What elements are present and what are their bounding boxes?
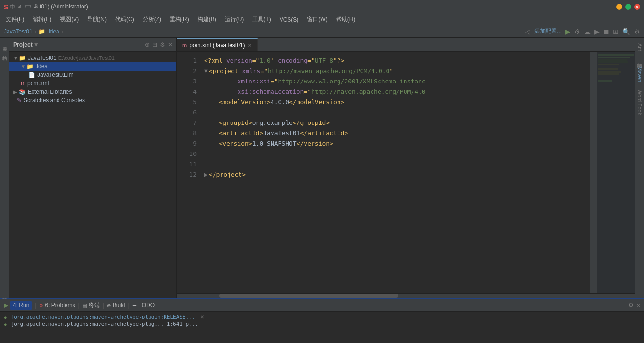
run-tab-label[interactable]: 4: Run	[10, 301, 32, 310]
menu-item-help[interactable]: 帮助(H)	[332, 15, 359, 24]
tree-item-external-libraries[interactable]: ▶ 📚 External Libraries	[9, 88, 176, 96]
run-trigger-icon[interactable]: ▶	[4, 302, 8, 309]
settings-icon[interactable]: ⚙	[634, 28, 640, 35]
idea-folder-icon: 📁	[26, 63, 33, 70]
left-sidebar-tabs: 项目 结构 收藏	[0, 38, 9, 298]
breadcrumb-project[interactable]: JavaTest01	[4, 28, 33, 35]
horizontal-scrollbar[interactable]	[177, 293, 635, 298]
collapse-icon[interactable]: ⊟	[152, 41, 157, 48]
menu-item-file[interactable]: 文件(F)	[2, 15, 28, 24]
window-controls[interactable]: ✕	[616, 4, 640, 10]
code-line-7: <groupId>org.example</groupId>	[204, 118, 590, 128]
right-tab-structure[interactable]: 结构	[635, 55, 644, 63]
sidebar-tab-structure[interactable]: 结构	[0, 48, 9, 56]
project-title: Project	[13, 41, 33, 48]
menu-item-code[interactable]: 代码(C)	[111, 15, 138, 24]
editor-area: m pom.xml (JavaTest01) ✕ 123456 78910111…	[177, 38, 635, 298]
code-line-8: <artifactId>JavaTest01</artifactId>	[204, 128, 590, 139]
run-icon[interactable]: ▶	[565, 28, 570, 35]
menu-item-view[interactable]: 视图(V)	[56, 15, 83, 24]
menu-item-vcs[interactable]: VCS(S)	[276, 16, 303, 24]
right-tab-ant[interactable]: Ant	[636, 40, 644, 55]
breadcrumb-sep2: ›	[61, 28, 63, 35]
code-line-5: <modelVersion>4.0.0</modelVersion>	[204, 97, 590, 107]
breadcrumb-idea[interactable]: .idea	[47, 28, 59, 35]
code-line-10	[204, 149, 590, 159]
project-tree: ▼ 📁 JavaTest01 E:\code\java\JavaTest01 ▼…	[9, 52, 176, 298]
tree-item-scratches[interactable]: ✎ Scratches and Consoles	[9, 96, 176, 105]
tab-close-icon[interactable]: ✕	[248, 43, 252, 48]
menu-item-analyze[interactable]: 分析(Z)	[139, 15, 165, 24]
maximize-button[interactable]	[625, 4, 631, 10]
code-line-1: <?xml version="1.0" encoding="UTF-8"?>	[204, 56, 590, 66]
project-folder-icon: 📁	[19, 55, 26, 61]
editor-content[interactable]: 123456 789101112 <?xml version="1.0" enc…	[177, 52, 635, 293]
menu-bar: 文件(F) 编辑(E) 视图(V) 导航(N) 代码(C) 分析(Z) 重构(R…	[0, 14, 644, 25]
sidebar-tab-project[interactable]: 项目	[0, 40, 9, 47]
code-line-6	[204, 107, 590, 118]
editor-scrollbar[interactable]	[590, 52, 597, 293]
tree-item-idea[interactable]: ▼ 📁 .idea	[9, 62, 176, 71]
terminal-tab-label[interactable]: 终端	[89, 302, 100, 310]
app-logo: S 中 ☭	[4, 3, 22, 11]
menu-item-edit[interactable]: 编辑(E)	[29, 15, 55, 24]
project-dropdown-icon[interactable]: ▼	[33, 41, 39, 48]
editor-minimap	[597, 52, 635, 293]
tree-arrow-idea[interactable]: ▼	[21, 64, 26, 69]
gear-icon[interactable]: ⚙	[160, 41, 165, 48]
right-tab-maven[interactable]: Maven	[636, 63, 644, 86]
menu-item-window[interactable]: 窗口(W)	[303, 15, 331, 24]
search-icon[interactable]: 🔍	[622, 28, 630, 35]
folder-icon: 📁	[38, 28, 45, 35]
code-line-12: ▶</project>	[204, 170, 590, 180]
menu-item-refactor[interactable]: 重构(R)	[166, 15, 193, 24]
bottom-close-icon[interactable]: ✕	[636, 303, 640, 308]
build-tab-label[interactable]: Build	[113, 302, 125, 309]
menu-item-tools[interactable]: 工具(T)	[248, 15, 274, 24]
tree-item-pom[interactable]: m pom.xml	[9, 79, 176, 88]
problems-tab-label[interactable]: 6: Problems	[45, 302, 75, 309]
add-config-button[interactable]: 添加配置...	[534, 27, 561, 35]
bottom-content: ● [org.apache.maven.plugins:maven-archet…	[0, 312, 644, 343]
locate-icon[interactable]: ⊕	[145, 41, 149, 48]
project-header-actions: ⊕ ⊟ ⚙ ✕	[145, 41, 173, 48]
debug-run-icon[interactable]: ▶	[594, 28, 600, 35]
minimize-button[interactable]	[616, 4, 622, 10]
menu-item-navigate[interactable]: 导航(N)	[83, 15, 110, 24]
tab-maven-icon: m	[182, 42, 187, 48]
menu-item-build[interactable]: 构建(B)	[194, 15, 220, 24]
tree-arrow-ext[interactable]: ▶	[13, 90, 19, 95]
menu-item-run[interactable]: 运行(U)	[221, 15, 248, 24]
sidebar-tab-favorites[interactable]: 收藏	[0, 290, 9, 298]
project-panel: Project ▼ ⊕ ⊟ ⚙ ✕ ▼ 📁 JavaTest01 E:\code…	[9, 38, 177, 298]
separator1: |	[35, 302, 36, 309]
todo-icon: ☰	[132, 303, 137, 308]
build-icon: ⊕	[107, 303, 111, 308]
title-text: 中 ☭ t01) (Administrator)	[25, 3, 616, 11]
title-bar: S 中 ☭ 中 ☭ t01) (Administrator) ✕	[0, 0, 644, 14]
separator4: |	[128, 302, 129, 309]
pom-file-icon: m	[21, 80, 25, 87]
scratches-icon: ✎	[17, 97, 22, 104]
right-tab-wordbook[interactable]: Word Book	[636, 86, 644, 119]
run-output-line1: [org.apache.maven.plugins:maven-archetyp…	[11, 314, 195, 320]
problems-icon: ⊗	[39, 303, 43, 308]
bottom-settings-icon[interactable]: ⚙	[628, 302, 634, 309]
tree-item-iml[interactable]: 📄 JavaTest01.iml	[9, 71, 176, 79]
close-button[interactable]: ✕	[634, 4, 640, 10]
tree-arrow-javatest01[interactable]: ▼	[13, 56, 19, 61]
back-icon[interactable]: ◁	[525, 28, 530, 35]
stop-icon[interactable]: ◼	[603, 28, 609, 35]
code-content[interactable]: <?xml version="1.0" encoding="UTF-8"?> ▼…	[200, 52, 590, 293]
build-icon[interactable]: ⚙	[574, 28, 580, 35]
code-line-3: xmlns:xsi="http://www.w3.org/2001/XMLSch…	[204, 76, 590, 87]
close-panel-icon[interactable]: ✕	[168, 41, 173, 48]
tab-label: pom.xml (JavaTest01)	[190, 42, 245, 49]
deploy-icon[interactable]: ☁	[584, 28, 591, 35]
editor-tab-pom[interactable]: m pom.xml (JavaTest01) ✕	[177, 38, 258, 51]
code-line-2: ▼<project xmlns="http://maven.apache.org…	[204, 66, 590, 76]
tree-item-javatest01[interactable]: ▼ 📁 JavaTest01 E:\code\java\JavaTest01	[9, 54, 176, 62]
coverage-icon[interactable]: ⊞	[613, 28, 619, 35]
run-close-icon[interactable]: ✕	[200, 314, 204, 319]
todo-tab-label[interactable]: TODO	[139, 302, 155, 309]
